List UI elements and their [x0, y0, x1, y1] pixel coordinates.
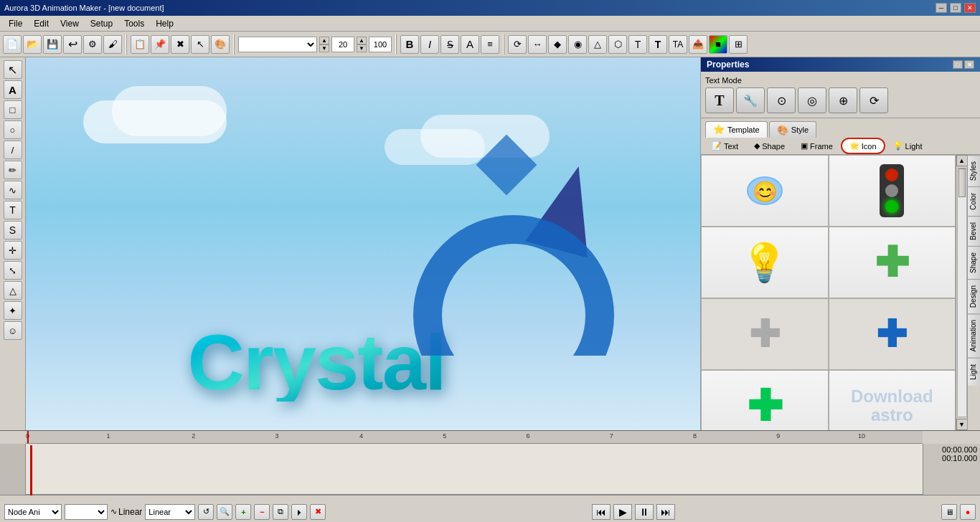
text-mode-btn-4[interactable]: ◎ — [798, 87, 826, 113]
tab-light[interactable]: 💡 Light — [885, 138, 930, 154]
node-ani-select[interactable]: Node Ani — [4, 504, 62, 520]
copy-button[interactable]: 📋 — [131, 35, 149, 54]
color-button[interactable]: ■ — [709, 35, 727, 54]
font-size-input[interactable]: 20 — [331, 37, 354, 52]
play-to-end-button[interactable]: ⏭ — [656, 504, 675, 520]
curve-tool[interactable]: ∿ — [4, 181, 22, 199]
tab-frame[interactable]: ▣ Frame — [793, 138, 841, 154]
monitor-button[interactable]: 🖥 — [941, 504, 957, 520]
scale-tool[interactable]: ⤡ — [4, 261, 22, 280]
tab-icon[interactable]: 🌟 Icon — [841, 138, 885, 154]
shape2-button[interactable]: ◉ — [568, 35, 587, 54]
titlebar-controls[interactable]: ─ □ ✕ — [936, 3, 976, 13]
pause-button[interactable]: ⏸ — [635, 504, 654, 520]
delete-button[interactable]: ✖ — [171, 35, 189, 54]
right-tab-styles[interactable]: Styles — [968, 155, 980, 186]
copy-keyframe-button[interactable]: ⧉ — [273, 504, 288, 520]
paste-keyframe-button[interactable]: ⏵ — [291, 504, 307, 520]
right-tab-color[interactable]: Color — [968, 186, 980, 216]
props-close-button[interactable]: ✕ — [964, 60, 974, 69]
scroll-track[interactable] — [957, 168, 967, 417]
keyframe-select[interactable] — [65, 504, 108, 520]
scale-up[interactable]: ▲ — [357, 37, 367, 44]
text-s-tool[interactable]: S — [4, 221, 22, 239]
icon-cell-5[interactable]: ✚ — [701, 298, 829, 370]
minimize-button[interactable]: ─ — [936, 3, 947, 13]
menu-view[interactable]: View — [55, 17, 85, 30]
text-mode-btn-3[interactable]: ⊙ — [767, 87, 796, 113]
play-to-start-button[interactable]: ⏮ — [592, 504, 611, 520]
paste-button[interactable]: 📌 — [151, 35, 169, 54]
font-selector[interactable] — [238, 37, 317, 52]
tab-text[interactable]: 📝 Text — [704, 138, 746, 154]
export-button[interactable]: 📤 — [689, 35, 707, 54]
rotate-button[interactable]: ⟳ — [508, 35, 527, 54]
text2-button[interactable]: T — [628, 35, 647, 54]
shape1-button[interactable]: ◆ — [548, 35, 567, 54]
right-tab-shape[interactable]: Shape — [968, 246, 980, 279]
text3-button[interactable]: T — [649, 35, 667, 54]
properties-header-controls[interactable]: □ ✕ — [953, 60, 974, 69]
italic-button[interactable]: I — [420, 35, 439, 54]
icon-cell-4[interactable]: ✚ — [829, 227, 956, 298]
menu-setup[interactable]: Setup — [85, 17, 118, 30]
text-mode-btn-2[interactable]: 🔧 — [736, 87, 765, 113]
props-restore-button[interactable]: □ — [953, 60, 963, 69]
scroll-thumb[interactable] — [958, 169, 966, 197]
icon-cell-8[interactable]: Downloadastro — [829, 370, 956, 430]
text-button[interactable]: A — [461, 35, 479, 54]
tab-shape[interactable]: ◆ Shape — [746, 138, 793, 154]
text-mode-btn-5[interactable]: ⊕ — [829, 87, 857, 113]
save-button[interactable]: 💾 — [43, 35, 62, 54]
font-scale-input[interactable]: 100 — [369, 37, 392, 52]
icon-cell-6[interactable]: ✚ — [829, 298, 956, 370]
new-button[interactable]: 📄 — [3, 35, 22, 54]
shape3-button[interactable]: △ — [588, 35, 607, 54]
rect-tool[interactable]: □ — [4, 100, 22, 119]
timeline-main[interactable] — [26, 444, 923, 495]
template-tab[interactable]: ⭐ Template — [705, 121, 768, 138]
text4-button[interactable]: TA — [669, 35, 687, 54]
right-tab-design[interactable]: Design — [968, 279, 980, 313]
menu-tools[interactable]: Tools — [118, 17, 150, 30]
play-button[interactable]: ▶ — [613, 504, 632, 520]
star-tool[interactable]: ✦ — [4, 301, 22, 320]
triangle-tool[interactable]: △ — [4, 281, 22, 300]
add-keyframe-button[interactable]: + — [235, 504, 251, 520]
circle-tool[interactable]: ○ — [4, 120, 22, 139]
right-tab-animation[interactable]: Animation — [968, 313, 980, 357]
brush-button[interactable]: 🖌 — [103, 35, 122, 54]
smile-tool[interactable]: ☺ — [4, 321, 22, 340]
scroll-down-button[interactable]: ▼ — [956, 419, 968, 430]
scale-down[interactable]: ▼ — [357, 44, 367, 52]
refresh-button[interactable]: ↺ — [198, 504, 214, 520]
font-size-down[interactable]: ▼ — [319, 44, 329, 52]
move-tool[interactable]: ✛ — [4, 241, 22, 260]
flip-button[interactable]: ↔ — [528, 35, 547, 54]
text-mode-btn-6[interactable]: ⟳ — [859, 87, 888, 113]
delete-keyframe-button[interactable]: ✖ — [310, 504, 326, 520]
style-tab[interactable]: 🎨 Style — [769, 121, 816, 138]
text-tool[interactable]: A — [4, 80, 22, 99]
shape4-button[interactable]: ⬡ — [608, 35, 627, 54]
format-button[interactable]: ≡ — [481, 35, 499, 54]
maximize-button[interactable]: □ — [950, 3, 961, 13]
line-tool[interactable]: / — [4, 141, 22, 159]
bold-button[interactable]: B — [400, 35, 419, 54]
right-tab-light[interactable]: Light — [968, 358, 980, 386]
select-tool[interactable]: ↖ — [4, 60, 22, 79]
record-button[interactable]: ● — [960, 504, 976, 520]
close-button[interactable]: ✕ — [964, 3, 976, 13]
canvas-area[interactable]: Crystal — [26, 57, 700, 430]
icon-cell-3[interactable]: 💡 — [701, 227, 829, 298]
scroll-up-button[interactable]: ▲ — [956, 155, 968, 166]
right-tab-bevel[interactable]: Bevel — [968, 216, 980, 246]
strikethrough-button[interactable]: S̶ — [440, 35, 459, 54]
icon-cell-1[interactable]: 😊 — [701, 155, 829, 227]
menu-help[interactable]: Help — [150, 17, 179, 30]
undo-button[interactable]: ↩ — [63, 35, 82, 54]
search-button[interactable]: 🔍 — [217, 504, 232, 520]
linear-select[interactable]: Linear — [145, 504, 195, 520]
open-button[interactable]: 📂 — [23, 35, 42, 54]
settings-button[interactable]: ⚙ — [83, 35, 102, 54]
